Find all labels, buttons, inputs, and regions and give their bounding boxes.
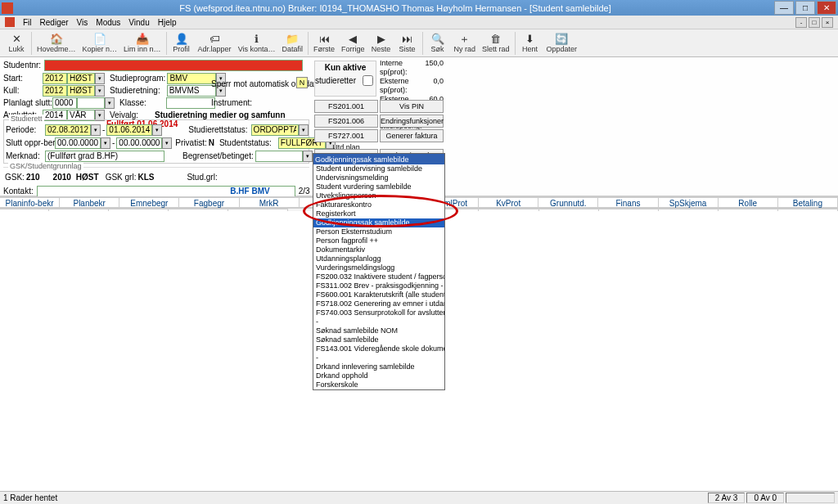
tab-emnebegr[interactable]: Emnebegr	[119, 197, 179, 207]
grid-button[interactable]: Vis PIN	[380, 100, 444, 113]
tab-mrkr[interactable]: MrkR	[240, 197, 300, 207]
dropdown-option[interactable]: FS740.003 Sensurprotokoll for avsluttend…	[313, 308, 444, 317]
dropdown-option[interactable]: FS200.032 Inaktivere student / fagperson	[313, 272, 444, 281]
dropdown-search[interactable]	[313, 154, 444, 164]
begrenset-field[interactable]	[255, 151, 303, 162]
start-sem[interactable]	[67, 73, 95, 84]
kontakt-field[interactable]	[37, 186, 295, 197]
dropdown-option[interactable]: Utdanningsplanlogg	[313, 254, 444, 263]
tab-grunnutd[interactable]: Grunnutd.	[538, 197, 598, 207]
navigate-dropdown[interactable]: Student undervisning samlebildeUndervisn…	[313, 153, 445, 390]
slutt-to-dd[interactable]: ▾	[162, 137, 172, 149]
toolbar-adrlapper[interactable]: 🏷Adr.lapper	[195, 30, 235, 56]
merknad-field[interactable]	[45, 151, 164, 162]
dropdown-option[interactable]: Dokumentarkiv	[313, 245, 444, 254]
toolbar-frste[interactable]: ⏮Første	[310, 30, 338, 56]
start-sem-dd[interactable]: ▾	[95, 73, 105, 84]
tab-planbekr[interactable]: Planbekr	[60, 197, 119, 207]
grid-button[interactable]: FS201.001 Stud.oppl.	[314, 100, 378, 113]
toolbar-liminnn[interactable]: 📥Lim inn n…	[120, 30, 164, 56]
grid-button[interactable]: FS201.006 Stud.oppl.	[314, 115, 378, 128]
tab-kvprot[interactable]: KvProt	[479, 197, 538, 207]
tab-rolle[interactable]: Rolle	[719, 197, 778, 207]
dropdown-option[interactable]: -	[313, 353, 444, 362]
dropdown-option[interactable]: Vurderingsmeldingslogg	[313, 263, 444, 272]
periode-from[interactable]	[45, 124, 91, 136]
studierettstatus-dd[interactable]: ▾	[299, 124, 309, 136]
dropdown-option[interactable]: Utvekslingsperson	[313, 191, 444, 200]
grid-button[interactable]: FS727.001 Utd.plan	[314, 129, 378, 142]
mdi-min[interactable]: -	[795, 17, 807, 28]
menu-vis[interactable]: Vis	[77, 18, 88, 27]
dropdown-option[interactable]: Godkjenningssak samlebilde	[313, 218, 444, 227]
dropdown-option[interactable]: Søknad samlebilde	[313, 335, 444, 344]
toolbar-slettrad[interactable]: 🗑Slett rad	[479, 30, 513, 56]
dropdown-option[interactable]: FS311.002 Brev - praksisgodkjenning - st…	[313, 281, 444, 290]
grid-button[interactable]: Generer faktura	[380, 129, 444, 142]
sr-field[interactable]	[167, 85, 216, 97]
dropdown-option[interactable]: Student vurdering samlebilde	[313, 182, 444, 191]
begrenset-dd[interactable]: ▾	[303, 151, 313, 162]
dropdown-option[interactable]: -	[313, 317, 444, 326]
toolbar-hovedme[interactable]: 🏠Hovedme…	[34, 30, 79, 56]
toolbar-lukk[interactable]: ✕Lukk	[3, 30, 29, 56]
dropdown-option[interactable]: Søknad samlebilde NOM	[313, 326, 444, 335]
toolbar-neste[interactable]: ▶Neste	[368, 30, 394, 56]
close-button[interactable]: ✕	[817, 1, 836, 15]
toolbar-nyrad[interactable]: ＋Ny rad	[451, 30, 480, 56]
tab-spskjema[interactable]: SpSkjema	[659, 197, 719, 207]
toolbar-forrige[interactable]: ◀Forrige	[338, 30, 368, 56]
sp-field[interactable]	[167, 73, 216, 84]
dropdown-option[interactable]: Person fagprofil ++	[313, 236, 444, 245]
toolbar-viskonta[interactable]: ℹVis konta…	[235, 30, 279, 56]
dropdown-option[interactable]: Fakturareskontro	[313, 200, 444, 209]
kull-year[interactable]	[43, 85, 67, 97]
kun-aktive-checkbox[interactable]	[363, 75, 373, 86]
dropdown-option[interactable]: Person Eksternstudium	[313, 227, 444, 236]
tab-betaling[interactable]: Betaling	[778, 197, 838, 207]
toolbar-profil[interactable]: 👤Profil	[169, 30, 195, 56]
dropdown-option[interactable]: Registerkort	[313, 209, 444, 218]
mdi-close[interactable]: ×	[822, 17, 833, 28]
dropdown-option[interactable]: Forskerskole	[313, 380, 444, 389]
dropdown-option[interactable]: FS718.002 Generering av emner i utdannin…	[313, 299, 444, 308]
toolbar-oppdater[interactable]: 🔄Oppdater	[543, 30, 581, 56]
toolbar-datafil[interactable]: 📁Datafil	[278, 30, 306, 56]
menu-modus[interactable]: Modus	[96, 18, 120, 27]
menu-vindu[interactable]: Vindu	[128, 18, 149, 27]
tab-finans[interactable]: Finans	[598, 197, 658, 207]
periode-to[interactable]	[106, 124, 152, 136]
dropdown-option[interactable]: Drkand innlevering samlebilde	[313, 362, 444, 371]
periode-from-dd[interactable]: ▾	[91, 124, 101, 136]
tab-planinfobekr[interactable]: Planinfo-bekr	[0, 197, 60, 207]
toolbar-kopiern[interactable]: 📄Kopier n…	[79, 30, 121, 56]
slutt-to[interactable]	[116, 137, 162, 149]
start-year[interactable]	[43, 73, 67, 84]
dropdown-option[interactable]: FS143.001 Videregående skole dokument	[313, 344, 444, 353]
grid-button[interactable]: Endringsfunksjoner	[380, 115, 444, 128]
menu-hjelp[interactable]: Hjelp	[158, 18, 177, 27]
toolbar-sk[interactable]: 🔍Søk	[425, 30, 451, 56]
maximize-button[interactable]: □	[795, 1, 815, 15]
toolbar-hent[interactable]: ⬇Hent	[517, 30, 543, 56]
dropdown-option[interactable]: Undervisningsmelding	[313, 173, 444, 182]
menu-rediger[interactable]: Rediger	[40, 18, 69, 27]
periode-to-dd[interactable]: ▾	[152, 124, 162, 136]
slutt-from[interactable]	[55, 137, 101, 149]
studierettstatus-field[interactable]	[251, 124, 299, 136]
toolbar-siste[interactable]: ⏭Siste	[394, 30, 421, 56]
minimize-button[interactable]: —	[774, 1, 794, 15]
dropdown-option[interactable]: FS912.001 Drgradkandidat-opplysninger	[313, 389, 444, 390]
dropdown-option[interactable]: Drkand opphold	[313, 371, 444, 380]
kull-sem[interactable]	[67, 85, 95, 97]
klasse-field[interactable]	[166, 97, 215, 109]
dropdown-option[interactable]: Student undervisning samlebilde	[313, 164, 444, 173]
dropdown-option[interactable]: FS600.001 Karakterutskrift (alle student…	[313, 290, 444, 299]
studentnr-field[interactable]	[44, 60, 303, 71]
planlagt-dd[interactable]: ▾	[105, 97, 115, 109]
planlagt-field[interactable]	[52, 97, 77, 109]
kull-sem-dd[interactable]: ▾	[95, 85, 105, 97]
planlagt-sem[interactable]	[77, 97, 105, 109]
tab-fagbegr[interactable]: Fagbegr	[179, 197, 239, 207]
mdi-max[interactable]: □	[809, 17, 820, 28]
